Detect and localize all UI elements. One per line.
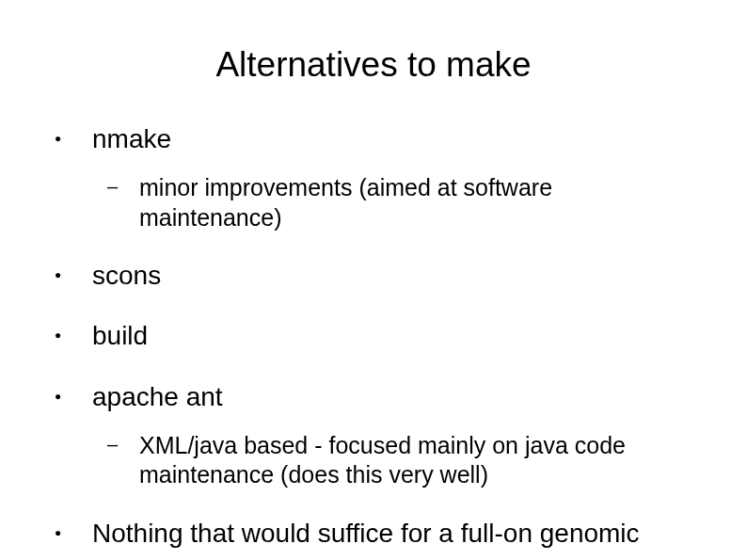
sub-list-item: minor improvements (aimed at software ma… — [94, 173, 700, 232]
sub-list-item-label: minor improvements (aimed at software ma… — [139, 174, 552, 230]
list-item-label: Nothing that would suffice for a full-on… — [92, 519, 640, 551]
sub-list: XML/java based - focused mainly on java … — [92, 431, 700, 490]
slide-title: Alternatives to make — [0, 45, 747, 85]
list-item: apache ant XML/java based - focused main… — [55, 380, 700, 490]
slide-content: nmake minor improvements (aimed at softw… — [0, 122, 747, 551]
list-item-label: build — [92, 321, 148, 350]
list-item: nmake minor improvements (aimed at softw… — [55, 122, 700, 232]
slide: Alternatives to make nmake minor improve… — [0, 45, 747, 560]
sub-list-item-label: XML/java based - focused mainly on java … — [139, 432, 626, 488]
bullet-list: nmake minor improvements (aimed at softw… — [55, 122, 700, 551]
list-item-label: nmake — [92, 124, 171, 153]
sub-list-item: XML/java based - focused mainly on java … — [94, 431, 700, 490]
list-item: scons — [55, 259, 700, 293]
list-item-label: scons — [92, 261, 161, 290]
list-item-label: apache ant — [92, 382, 223, 411]
sub-list: minor improvements (aimed at software ma… — [92, 173, 700, 232]
list-item: build — [55, 319, 700, 353]
list-item: Nothing that would suffice for a full-on… — [55, 517, 700, 551]
